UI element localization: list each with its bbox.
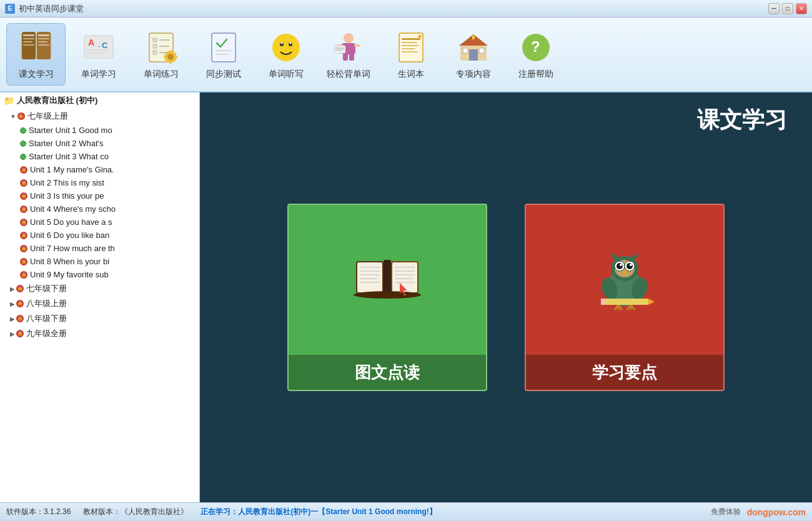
toolbar-item-shengciben[interactable]: 生词本 [381,23,440,86]
card-tuwendiandu[interactable]: 图文点读 [287,204,487,391]
svg-rect-10 [38,44,49,46]
qingsongbei-icon [330,29,367,66]
sidebar-unit-s1[interactable]: Starter Unit 1 Good mo [0,124,199,137]
expand-arrow-8xia: ▶ [10,315,15,322]
green-dot-s1 [20,127,26,134]
sidebar-unit-u8[interactable]: Unit 8 When is your bi [0,255,199,268]
sidebar-publisher[interactable]: 📁 人民教育出版社 (初中) [0,92,199,109]
card1-image [289,205,486,355]
lock-icon-9quan [16,330,24,337]
toolbar-label-dancixuexi: 单词学习 [81,69,116,80]
svg-point-36 [280,42,282,44]
sidebar-unit-u4[interactable]: Unit 4 Where's my scho [0,202,199,216]
toolbar-item-zhuanxiang[interactable]: 专项内容 [443,23,503,86]
svg-rect-29 [174,56,177,58]
lock-icon-7shang [17,112,25,120]
svg-rect-9 [38,41,47,42]
svg-rect-22 [153,51,157,54]
grade-label-7shang: 七年级上册 [27,111,68,122]
sidebar-unit-s3[interactable]: Starter Unit 3 What co [0,150,199,163]
unit-label-s3: Starter Unit 3 What co [29,152,109,161]
sidebar-unit-u7[interactable]: Unit 7 How much are th [0,242,199,255]
lock-icon-8shang [16,300,24,307]
unit-label-u3: Unit 3 Is this your pe [30,191,104,201]
sidebar-unit-u3[interactable]: Unit 3 Is this your pe [0,189,199,202]
toolbar-item-tongbuceshi[interactable]: 同步测试 [194,23,253,86]
expand-arrow-8shang: ▶ [10,300,15,307]
svg-rect-51 [402,48,415,49]
unit-label-u6: Unit 6 Do you like ban [30,231,109,240]
svg-rect-76 [384,260,391,295]
toolbar-label-shengciben: 生词本 [398,69,424,80]
lock-icon-u6 [20,232,27,239]
lock-icon-u4 [20,206,27,213]
sidebar-unit-u1[interactable]: Unit 1 My name's Gina. [0,163,199,176]
lock-icon-u7 [20,245,27,252]
sidebar-unit-u5[interactable]: Unit 5 Do you have a s [0,216,199,229]
svg-point-38 [344,33,354,43]
sidebar-grade-8xia[interactable]: ▶ 八年级下册 [0,311,199,326]
toolbar-item-dancilianxi[interactable]: 单词练习 [131,23,191,86]
svg-rect-6 [23,44,34,46]
unit-label-s1: Starter Unit 1 Good mo [29,126,112,135]
unit-label-u9: Unit 9 My favorite sub [30,270,109,279]
svg-point-25 [167,54,174,60]
green-dot-s2 [20,141,26,147]
sidebar-unit-u9[interactable]: Unit 9 My favorite sub [0,268,199,281]
sidebar-unit-s2[interactable]: Starter Unit 2 What's [0,137,199,150]
toolbar-item-dancitingxie[interactable]: 单词听写 [256,23,315,86]
svg-marker-100 [648,299,655,305]
svg-rect-50 [402,45,419,46]
sidebar-grade-7xia[interactable]: ▶ 七年级下册 [0,281,199,296]
svg-rect-3 [23,34,34,36]
expand-arrow-9quan: ▶ [10,330,15,337]
svg-text:?: ? [531,38,540,55]
svg-rect-8 [38,38,49,39]
grade-label-8xia: 八年级下册 [26,313,67,324]
main-area: 📁 人民教育出版社 (初中) ▼ 七年级上册 Starter Unit 1 Go… [0,92,812,502]
minimize-button[interactable]: ─ [768,3,780,14]
sidebar-grade-7shang[interactable]: ▼ 七年级上册 [0,109,199,124]
sidebar-unit-u6[interactable]: Unit 6 Do you like ban [0,229,199,242]
sidebar: 📁 人民教育出版社 (初中) ▼ 七年级上册 Starter Unit 1 Go… [0,92,200,502]
toolbar-item-zhucebangzhu[interactable]: ? 注册帮助 [506,23,565,86]
svg-point-89 [630,264,632,266]
close-button[interactable]: ✕ [796,3,807,14]
status-textbook: 教材版本：《人民教育出版社》 [83,507,188,517]
toolbar-item-kewenxuexi[interactable]: 课文学习 [6,23,66,86]
title-bar-left: E 初中英语同步课堂 [5,3,84,14]
window-controls: ─ □ ✕ [768,3,807,14]
kewenxuexi-icon [17,29,55,66]
toolbar-item-dancixuexi[interactable]: A - C 单词学习 [69,23,128,86]
maximize-button[interactable]: □ [782,3,793,14]
sidebar-unit-u2[interactable]: Unit 2 This is my sist [0,176,199,189]
publisher-label: 人民教育出版社 (初中) [17,95,97,106]
svg-rect-49 [402,42,417,43]
card-xuexiyaodian[interactable]: 学习要点 [525,204,725,391]
status-version: 软件版本：3.1.2.36 [6,507,71,517]
status-right: 免费体验 dongpow.com [711,507,806,517]
status-free-trial: 免费体验 [711,507,741,517]
dancixuexi-icon: A - C [80,29,117,66]
shengciben-icon [392,29,430,66]
sidebar-grade-9quan[interactable]: ▶ 九年级全册 [0,326,199,341]
toolbar-label-zhuanxiang: 专项内容 [456,69,491,80]
svg-point-86 [616,263,623,269]
toolbar-label-qingsongbei: 轻松背单词 [327,69,370,80]
svg-point-87 [626,263,633,269]
dancitingxie-icon [267,29,305,66]
content-title: 课文学习 [697,105,787,136]
toolbar-label-kewenxuexi: 课文学习 [19,69,54,80]
card1-label: 图文点读 [289,355,486,390]
unit-label-u1: Unit 1 My name's Gina. [30,165,114,174]
sidebar-grade-8shang[interactable]: ▶ 八年级上册 [0,296,199,311]
app-icon: E [5,4,15,14]
toolbar-item-qingsongbei[interactable]: 轻松背单词 [319,23,378,86]
toolbar-label-dancitingxie: 单词听写 [269,69,304,80]
title-bar: E 初中英语同步课堂 ─ □ ✕ [0,0,812,17]
svg-rect-18 [153,38,157,42]
content-panel: 课文学习 [200,92,812,502]
svg-rect-101 [601,299,606,305]
svg-rect-7 [38,34,49,36]
svg-rect-58 [479,48,484,53]
